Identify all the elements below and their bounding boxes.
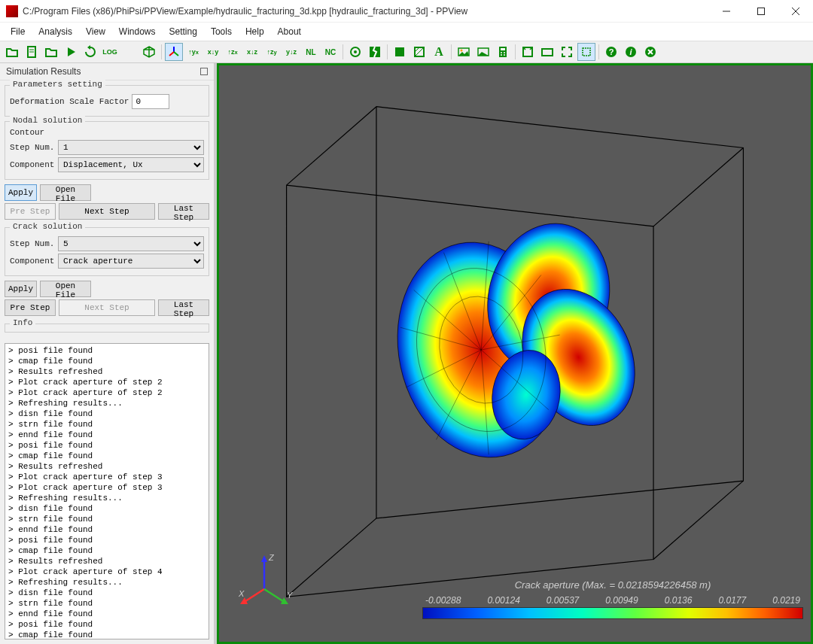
view-xy-icon[interactable]: ↑yx: [184, 43, 202, 61]
svg-line-9: [174, 52, 178, 56]
svg-point-18: [461, 50, 463, 52]
solid-icon[interactable]: [391, 43, 409, 61]
svg-line-39: [287, 518, 376, 597]
nodal-title: Nodal solution: [10, 116, 85, 125]
folder-icon[interactable]: [42, 43, 60, 61]
colorbar: Crack aperture (Max. = 0.0218594226458 m…: [422, 579, 803, 619]
svg-line-15: [415, 47, 424, 56]
close-button[interactable]: [778, 0, 813, 23]
nc-icon[interactable]: NC: [321, 43, 340, 61]
colorbar-gradient: [422, 607, 803, 619]
svg-rect-27: [542, 49, 553, 56]
info-log[interactable]: > posi file found> cmap file found> Resu…: [5, 343, 209, 639]
log-line: > cmap file found: [8, 545, 206, 556]
svg-rect-28: [583, 48, 590, 56]
view-xz2-icon[interactable]: x↓z: [243, 43, 261, 61]
file-icon[interactable]: [23, 43, 41, 61]
crack-next-step-button[interactable]: Next Step: [59, 299, 155, 316]
nodal-next-step-button[interactable]: Next Step: [59, 203, 155, 220]
nodal-step-select[interactable]: 1: [58, 140, 204, 155]
image2-icon[interactable]: [474, 43, 492, 61]
log-line: > posi file found: [8, 535, 206, 545]
nl-icon[interactable]: NL: [302, 43, 320, 61]
svg-rect-13: [395, 47, 404, 56]
log-line: > disn file found: [8, 409, 206, 419]
log-line: > Refreshing results...: [8, 493, 206, 503]
tick-2: 0.00537: [547, 595, 579, 606]
log-line: > Plot crack aperture of step 2: [8, 387, 206, 398]
maximize-button[interactable]: [744, 0, 778, 23]
menu-setting[interactable]: Setting: [163, 24, 203, 39]
nodal-component-select[interactable]: Displacement, Ux: [58, 157, 204, 172]
cube-icon[interactable]: [140, 43, 158, 61]
log-line: > Refreshing results...: [8, 577, 206, 588]
svg-line-38: [653, 481, 743, 559]
log-line: > strn file found: [8, 514, 206, 524]
tick-1: 0.00124: [487, 595, 519, 606]
log-line: > ennd file found: [8, 430, 206, 440]
calculator-icon[interactable]: [494, 43, 512, 61]
log-line: > cmap file found: [8, 630, 206, 639]
menu-tools[interactable]: Tools: [205, 24, 238, 39]
fit-icon[interactable]: [519, 43, 537, 61]
svg-line-36: [287, 107, 376, 185]
log-line: > Plot crack aperture of step 3: [8, 472, 206, 482]
crack-open-file-button[interactable]: Open File: [40, 281, 91, 297]
axis-3d-icon[interactable]: [165, 43, 183, 61]
hatch-icon[interactable]: [410, 43, 428, 61]
view-xz-icon[interactable]: ↑zx: [224, 43, 242, 61]
menu-file[interactable]: File: [5, 24, 31, 39]
menu-help[interactable]: Help: [239, 24, 270, 39]
exit-icon[interactable]: [641, 43, 659, 61]
crack-icon[interactable]: [366, 43, 384, 61]
axis-z-label: Z: [268, 553, 275, 562]
brush-icon[interactable]: [120, 43, 139, 61]
menu-view[interactable]: View: [80, 24, 111, 39]
select-icon[interactable]: [577, 43, 595, 61]
toolbar: LOG ↑yx x↓y ↑zx x↓z ↑zy y↓z NL NC A ? i: [0, 41, 813, 63]
log-line: > strn file found: [8, 598, 206, 609]
minimize-button[interactable]: [709, 0, 744, 23]
info-icon[interactable]: i: [622, 43, 640, 61]
play-icon[interactable]: [62, 43, 80, 61]
log-line: > posi file found: [8, 440, 206, 451]
text-icon[interactable]: A: [430, 43, 448, 61]
crack-apply-button[interactable]: Apply: [5, 281, 37, 297]
menu-analysis[interactable]: Analysis: [32, 24, 78, 39]
axis-x-label: X: [238, 589, 245, 598]
fullscreen-icon[interactable]: [558, 43, 576, 61]
log-line: > Results refreshed: [8, 461, 206, 472]
log-line: > posi file found: [8, 619, 206, 630]
info-title: Info: [10, 318, 35, 327]
crack-pre-step-button[interactable]: Pre Step: [5, 299, 56, 316]
colorbar-labels: -0.00288 0.00124 0.00537 0.00949 0.0136 …: [422, 595, 803, 606]
nodal-apply-button[interactable]: Apply: [5, 184, 37, 201]
crack-last-step-button[interactable]: Last Step: [158, 299, 209, 316]
nodal-pre-step-button[interactable]: Pre Step: [5, 203, 56, 220]
refresh-icon[interactable]: [81, 43, 99, 61]
menu-about[interactable]: About: [272, 24, 307, 39]
open-icon[interactable]: [3, 43, 21, 61]
nodal-group: Nodal solution Contour Step Num. 1 Compo…: [5, 121, 209, 180]
help-icon[interactable]: ?: [602, 43, 620, 61]
tick-0: -0.00288: [425, 595, 461, 606]
nodal-open-file-button[interactable]: Open File: [40, 184, 91, 201]
view-xy2-icon[interactable]: x↓y: [204, 43, 222, 61]
menu-windows[interactable]: Windows: [113, 24, 162, 39]
log-line: > cmap file found: [8, 356, 206, 366]
viewport-3d[interactable]: Z X Y Crack aperture (Max. = 0.021859422…: [217, 63, 813, 644]
target-icon[interactable]: [346, 43, 364, 61]
nodal-last-step-button[interactable]: Last Step: [158, 203, 209, 220]
crack-group: Crack solution Step Num. 5 Component Cra…: [5, 227, 209, 276]
image-icon[interactable]: [455, 43, 473, 61]
window-icon[interactable]: [538, 43, 556, 61]
scale-factor-input[interactable]: [132, 94, 169, 109]
crack-step-select[interactable]: 5: [58, 236, 204, 251]
nodal-step-label: Step Num.: [10, 143, 55, 152]
log-icon[interactable]: LOG: [101, 43, 119, 61]
crack-component-select[interactable]: Crack aperture: [58, 254, 204, 269]
view-yz2-icon[interactable]: y↓z: [282, 43, 300, 61]
dock-icon[interactable]: [200, 68, 208, 75]
tick-4: 0.0136: [665, 595, 693, 606]
view-yz-icon[interactable]: ↑zy: [263, 43, 281, 61]
